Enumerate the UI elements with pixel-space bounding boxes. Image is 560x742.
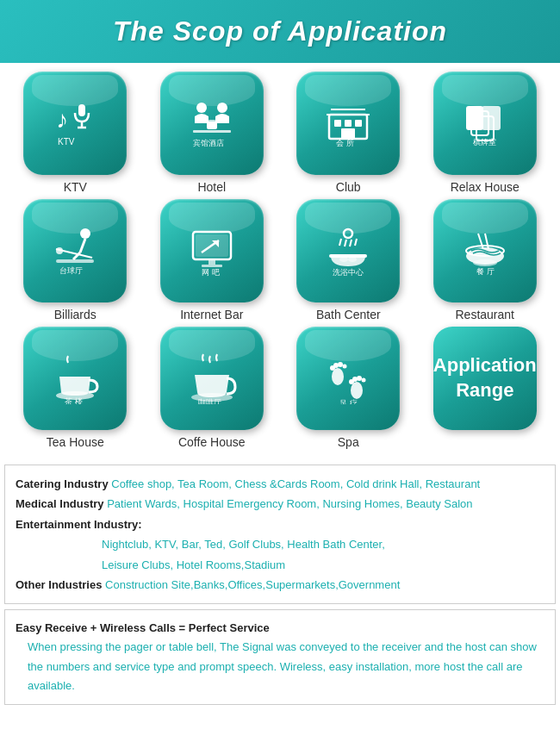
restaurant-icon: 餐 厅: [459, 225, 511, 277]
billiards-icon: 台球厅: [49, 225, 101, 277]
info-section: Catering Industry Coffee shop, Tea Room,…: [4, 465, 556, 604]
svg-rect-13: [345, 120, 352, 127]
icon-box-ktv: ♪ KTV: [23, 72, 127, 175]
svg-text:宾馆酒店: 宾馆酒店: [193, 139, 224, 147]
icon-item-ktv: ♪ KTV KTV: [15, 72, 135, 194]
icon-box-internet: 网 吧: [160, 199, 264, 302]
icon-box-relax: 棋牌室: [433, 72, 537, 175]
svg-rect-1: [78, 104, 85, 116]
icon-item-coffeehouse: 咖啡厅 Coffe House: [152, 327, 272, 449]
svg-point-51: [473, 259, 497, 266]
teahouse-icon: 茶 楼: [49, 352, 101, 404]
catering-line: Catering Industry Coffee shop, Tea Room,…: [16, 474, 544, 494]
icon-item-teahouse: 茶 楼 Tea House: [15, 327, 135, 449]
internet-label: Internet Bar: [180, 308, 243, 321]
entertainment-line2: Leisure Clubs, Hotel Rooms,Stadium: [16, 555, 544, 575]
svg-rect-36: [202, 265, 222, 267]
icon-box-spa: 足 疗: [296, 327, 400, 430]
hotel-label: Hotel: [197, 180, 226, 194]
description-text: When pressing the pager or table bell, T…: [16, 638, 544, 695]
coffeehouse-label: Coffe House: [178, 435, 246, 449]
svg-point-60: [338, 362, 343, 367]
icon-item-bath: 洗浴中心 Bath Center: [288, 199, 408, 321]
icon-box-club: 会 所: [296, 72, 400, 175]
svg-point-64: [352, 377, 358, 382]
bath-label: Bath Center: [316, 308, 381, 321]
svg-rect-7: [207, 122, 217, 129]
svg-point-61: [343, 365, 347, 369]
svg-point-38: [344, 229, 352, 238]
billiards-label: Billiards: [54, 308, 96, 321]
svg-rect-14: [355, 120, 362, 127]
other-label: Other Industries: [16, 578, 102, 591]
relax-icon: 棋牌室: [459, 97, 511, 149]
club-label: Club: [336, 180, 361, 194]
icon-box-billiards: 台球厅: [23, 199, 127, 302]
restaurant-label: Restaurant: [456, 308, 514, 321]
svg-point-44: [339, 257, 348, 262]
icon-item-apprange: Application Range: [425, 327, 545, 449]
icon-item-club: 会 所 Club: [288, 72, 408, 194]
icon-item-internet: 网 吧 Internet Bar: [152, 199, 272, 321]
ktv-icon: ♪ KTV: [49, 97, 101, 149]
app-range-box: Application Range: [433, 327, 537, 430]
icon-item-relax: 棋牌室 Relax House: [425, 72, 545, 194]
svg-rect-29: [56, 259, 94, 263]
app-range-text: Application Range: [433, 353, 537, 402]
catering-text: Coffee shop, Tea Room, Chess &Cards Room…: [109, 477, 481, 490]
svg-point-28: [56, 247, 63, 254]
icon-item-hotel: 宾馆酒店 Hotel: [152, 72, 272, 194]
svg-point-65: [357, 376, 362, 381]
svg-text:咖啡厅: 咖啡厅: [198, 398, 221, 404]
svg-text:台球厅: 台球厅: [59, 266, 83, 275]
svg-point-59: [333, 363, 339, 368]
page-title: The Scop of Application: [9, 16, 551, 47]
icon-box-restaurant: 餐 厅: [433, 199, 537, 302]
svg-rect-8: [208, 120, 215, 122]
ktv-label: KTV: [64, 180, 87, 194]
svg-line-25: [80, 239, 85, 253]
icon-box-bath: 洗浴中心: [296, 199, 400, 302]
medical-line: Medical Industry Patient Wards, Hospital…: [16, 494, 544, 514]
spa-icon: 足 疗: [322, 352, 374, 404]
icon-box-teahouse: 茶 楼: [23, 327, 127, 430]
internet-icon: 网 吧: [186, 225, 238, 277]
svg-text:茶 楼: 茶 楼: [65, 397, 83, 404]
svg-point-5: [196, 103, 207, 113]
svg-point-66: [362, 378, 366, 383]
svg-point-45: [348, 257, 357, 262]
svg-text:会 所: 会 所: [336, 139, 354, 147]
svg-text:KTV: KTV: [58, 137, 75, 147]
bottom-section: Easy Receive + Wireless Calls = Perfect …: [4, 609, 556, 704]
svg-text:足 疗: 足 疗: [339, 399, 358, 404]
relax-label: Relax House: [451, 180, 520, 194]
svg-text:♪: ♪: [56, 106, 68, 133]
icon-row-2: 台球厅 Billiards 网 吧: [7, 199, 553, 321]
svg-rect-22: [482, 106, 501, 130]
catering-label: Catering Industry: [16, 477, 109, 490]
coffeehouse-icon: 咖啡厅: [186, 352, 238, 404]
svg-rect-9: [193, 130, 231, 133]
svg-text:餐 厅: 餐 厅: [476, 267, 495, 276]
icon-box-coffeehouse: 咖啡厅: [160, 327, 264, 430]
teahouse-label: Tea House: [47, 435, 104, 449]
svg-point-24: [80, 228, 90, 239]
svg-text:洗浴中心: 洗浴中心: [333, 268, 364, 277]
svg-line-39: [339, 239, 341, 246]
svg-line-50: [485, 234, 488, 249]
svg-text:棋牌室: 棋牌室: [473, 138, 496, 147]
entertainment-text1: Nightclub, KTV, Bar, Ted, Golf Clubs, He…: [102, 538, 385, 551]
entertainment-line: Entertainment Industry:: [16, 514, 544, 534]
icon-box-hotel: 宾馆酒店: [160, 72, 264, 175]
medical-label: Medical Industry: [16, 497, 104, 510]
other-text: Construction Site,Banks,Offices,Supermar…: [102, 578, 400, 591]
svg-line-42: [355, 239, 357, 246]
svg-rect-15: [341, 128, 355, 139]
svg-rect-12: [334, 120, 341, 127]
icon-item-billiards: 台球厅 Billiards: [15, 199, 135, 321]
formula-line: Easy Receive + Wireless Calls = Perfect …: [16, 619, 544, 638]
bath-icon: 洗浴中心: [322, 225, 374, 277]
entertainment-text2: Leisure Clubs, Hotel Rooms,Stadium: [102, 558, 285, 571]
spa-label: Spa: [338, 435, 359, 449]
icon-row-3: 茶 楼 Tea House 咖啡厅: [7, 327, 553, 449]
